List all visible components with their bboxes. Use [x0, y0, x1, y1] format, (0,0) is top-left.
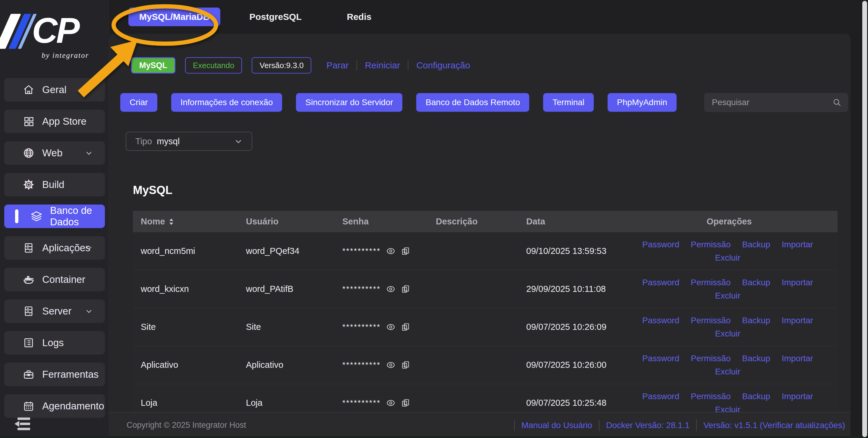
db-operations: Password Permissão Backup Importar Exclu…: [636, 316, 838, 339]
copy-icon[interactable]: [401, 246, 410, 256]
sidebar-item-banco-de-dados[interactable]: Banco de Dados: [4, 205, 105, 228]
op-password-link[interactable]: Password: [642, 278, 679, 288]
chevron-down-icon: [85, 307, 93, 315]
eye-icon[interactable]: [386, 322, 396, 332]
divider: [514, 419, 515, 431]
db-operations: Password Permissão Backup Importar Exclu…: [636, 353, 838, 376]
op-permissao-link[interactable]: Permissão: [691, 240, 731, 249]
op-password-link[interactable]: Password: [642, 316, 679, 325]
sidebar-item-logs[interactable]: Logs: [4, 331, 105, 355]
op-importar-link[interactable]: Importar: [782, 353, 813, 363]
sidebar-item-web[interactable]: Web: [4, 141, 105, 165]
terminal-button[interactable]: Terminal: [543, 93, 594, 112]
db-date: 09/10/2025 13:59:53: [518, 246, 636, 256]
op-password-link[interactable]: Password: [642, 353, 679, 363]
op-permissao-link[interactable]: Permissão: [691, 316, 731, 325]
sidebar-item-label: Server: [42, 305, 71, 317]
sidebar-item-container[interactable]: Container: [4, 268, 105, 291]
sidebar-item-agendamento[interactable]: Agendamento: [4, 394, 105, 418]
op-excluir-link[interactable]: Excluir: [715, 253, 740, 263]
vertical-scrollbar[interactable]: [862, 1, 867, 437]
sidebar-nav: Geral App Store Web Build Banco de Dados…: [4, 78, 105, 418]
sidebar-item-geral[interactable]: Geral: [4, 78, 105, 102]
password-mask: **********: [342, 361, 381, 369]
collapse-sidebar-icon: [14, 417, 30, 430]
databases-table: Nome Usuário Senha Descrição Data Operaç…: [133, 211, 838, 422]
logo-subtitle: by integrator: [41, 51, 107, 60]
create-button[interactable]: Criar: [120, 93, 157, 112]
op-backup-link[interactable]: Backup: [742, 316, 770, 325]
op-excluir-link[interactable]: Excluir: [715, 367, 740, 376]
tab-redis[interactable]: Redis: [347, 12, 372, 22]
op-backup-link[interactable]: Backup: [742, 240, 770, 249]
page-footer: Copyright © 2025 Integrator Host Manual …: [109, 412, 850, 438]
copy-icon[interactable]: [401, 398, 410, 408]
op-importar-link[interactable]: Importar: [782, 278, 813, 288]
op-backup-link[interactable]: Backup: [742, 278, 770, 288]
op-permissao-link[interactable]: Permissão: [691, 353, 731, 363]
app-version-link[interactable]: Versão: v1.5.1 (Verificar atualizações): [701, 420, 847, 430]
copy-icon[interactable]: [401, 322, 410, 332]
op-permissao-link[interactable]: Permissão: [691, 278, 731, 288]
sidebar-item-label: Geral: [42, 84, 67, 96]
eye-icon[interactable]: [386, 284, 396, 294]
eye-icon[interactable]: [386, 246, 396, 256]
tab-postgresql[interactable]: PostgreSQL: [249, 12, 301, 22]
op-password-link[interactable]: Password: [642, 240, 679, 249]
op-password-link[interactable]: Password: [642, 392, 679, 401]
briefcase-icon: [23, 369, 34, 380]
db-date: 29/09/2025 10:11:08: [518, 284, 636, 294]
type-filter-select[interactable]: Tipo mysql: [126, 132, 252, 151]
divider: [356, 60, 357, 70]
copy-icon[interactable]: [401, 284, 410, 294]
remote-database-button[interactable]: Banco de Dados Remoto: [416, 93, 529, 112]
docker-version-link[interactable]: Docker Versão: 28.1.1: [604, 420, 692, 430]
db-date: 09/07/2025 10:26:00: [518, 360, 636, 370]
db-user: Site: [238, 322, 335, 332]
sync-server-button[interactable]: Sincronizar do Servidor: [296, 93, 402, 112]
sidebar-item-app-store[interactable]: App Store: [4, 110, 105, 133]
copy-icon[interactable]: [401, 360, 410, 370]
user-manual-link[interactable]: Manual do Usuário: [519, 420, 595, 430]
table-header-row: Nome Usuário Senha Descrição Data Operaç…: [133, 211, 838, 232]
op-importar-link[interactable]: Importar: [782, 316, 813, 325]
sidebar-item-label: Agendamento: [42, 400, 104, 412]
sidebar-item-label: Ferramentas: [42, 369, 98, 380]
phpmyadmin-button[interactable]: PhpMyAdmin: [608, 93, 677, 112]
op-backup-link[interactable]: Backup: [742, 353, 770, 363]
op-importar-link[interactable]: Importar: [782, 240, 813, 249]
table-row: word_kxicxn word_PAtifB ********** 29/09…: [133, 270, 838, 308]
restart-link[interactable]: Reiniciar: [362, 60, 403, 70]
sidebar-collapse-button[interactable]: [14, 417, 30, 430]
eye-icon[interactable]: [386, 360, 396, 370]
eye-icon[interactable]: [386, 398, 396, 408]
sidebar-item-aplicacoes[interactable]: Aplicações: [4, 236, 105, 260]
sidebar-item-label: Web: [42, 147, 62, 159]
db-operations: Password Permissão Backup Importar Exclu…: [636, 240, 838, 263]
database-tabs-bar: MySQL/MariaDB PostgreSQL Redis: [109, 0, 868, 34]
sidebar-item-build[interactable]: Build: [4, 173, 105, 196]
search-input[interactable]: [704, 93, 848, 112]
tab-mysql-mariadb[interactable]: MySQL/MariaDB: [128, 7, 220, 26]
op-permissao-link[interactable]: Permissão: [691, 392, 731, 401]
password-mask: **********: [342, 399, 381, 407]
column-header-nome[interactable]: Nome: [133, 216, 238, 227]
table-row: Site Site ********** 09/07/2025 10:26:09…: [133, 308, 838, 346]
stop-link[interactable]: Parar: [323, 60, 351, 70]
sort-icon[interactable]: [169, 218, 174, 225]
sidebar-item-ferramentas[interactable]: Ferramentas: [4, 363, 105, 386]
gear-icon: [23, 179, 34, 190]
op-backup-link[interactable]: Backup: [742, 392, 770, 401]
sidebar-item-server[interactable]: Server: [4, 299, 105, 323]
column-header-senha: Senha: [335, 216, 428, 227]
op-importar-link[interactable]: Importar: [782, 392, 813, 401]
running-status-badge: Executando: [185, 57, 242, 73]
db-password-cell: **********: [335, 322, 428, 332]
version-badge: Versão:9.3.0: [252, 57, 311, 73]
configuration-link[interactable]: Configuração: [413, 60, 473, 70]
connection-info-button[interactable]: Informações de conexão: [171, 93, 282, 112]
op-excluir-link[interactable]: Excluir: [715, 329, 740, 339]
db-password-cell: **********: [335, 246, 428, 256]
op-excluir-link[interactable]: Excluir: [715, 291, 740, 301]
actions-toolbar: Criar Informações de conexão Sincronizar…: [120, 93, 677, 112]
